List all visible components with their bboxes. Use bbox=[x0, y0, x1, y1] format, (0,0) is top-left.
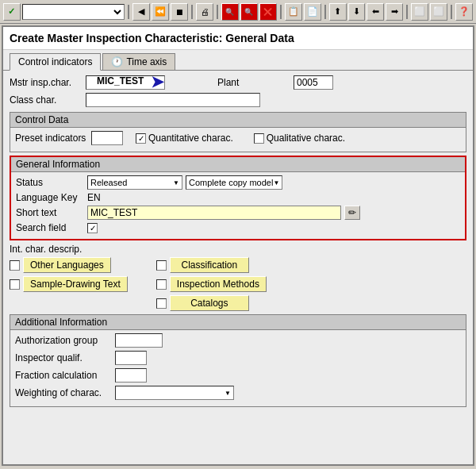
copy-model-value: Complete copy model bbox=[189, 178, 273, 187]
general-info-content: Status Released ▼ Complete copy model ▼ bbox=[11, 172, 465, 239]
arrow-down-icon: ⬇ bbox=[353, 6, 360, 17]
back-button[interactable]: ◀ bbox=[132, 3, 150, 21]
status-label: Status bbox=[16, 177, 87, 188]
check-button[interactable]: ✓ bbox=[3, 3, 21, 21]
status-dropdown-arrow: ▼ bbox=[173, 179, 179, 186]
fraction-input[interactable] bbox=[115, 368, 147, 383]
help-icon: ❓ bbox=[459, 6, 470, 17]
status-controls: Released ▼ Complete copy model ▼ bbox=[87, 175, 282, 190]
check-icon: ✓ bbox=[8, 6, 15, 17]
arrow-indicator-icon: ➤ bbox=[151, 72, 164, 91]
control-data-content: Preset indicators ✓ Quantitative charac.… bbox=[10, 128, 466, 152]
cancel-icon: ⏹ bbox=[175, 7, 184, 17]
inspection-methods-checkbox[interactable] bbox=[156, 279, 167, 290]
inspector-label: Inspector qualif. bbox=[15, 352, 110, 363]
page-title: Create Master Inspection Characteristic:… bbox=[10, 32, 466, 44]
content-area: Mstr insp.char. MIC_TEST ➤ Plant Class c… bbox=[3, 71, 473, 415]
other-languages-button[interactable]: Other Languages bbox=[23, 257, 111, 273]
fraction-label: Fraction calculation bbox=[15, 370, 110, 381]
weighting-dropdown-arrow: ▼ bbox=[225, 390, 231, 397]
copy-button[interactable]: 📋 bbox=[285, 3, 302, 21]
tab-control-indicators[interactable]: Control indicators bbox=[10, 53, 101, 71]
weighting-row: Weighting of charac. ▼ bbox=[15, 386, 461, 400]
arrow-up-icon: ⬆ bbox=[334, 6, 341, 17]
additional-info-content: Authorization group Inspector qualif. Fr… bbox=[10, 330, 466, 406]
command-field[interactable] bbox=[22, 4, 125, 20]
exit-button[interactable]: ⏪ bbox=[152, 3, 169, 21]
auth-group-input[interactable] bbox=[115, 333, 163, 348]
sample-drawing-button[interactable]: Sample-Drawing Text bbox=[23, 276, 128, 292]
lang-key-value: EN bbox=[87, 192, 101, 203]
catalogs-checkbox[interactable] bbox=[156, 298, 167, 309]
pencil-button[interactable]: ✏ bbox=[344, 206, 360, 220]
catalogs-row: Catalogs bbox=[156, 295, 267, 311]
tab-time-icon: 🕐 bbox=[111, 56, 123, 67]
tabs-bar: Control indicators 🕐 Time axis bbox=[3, 50, 473, 71]
paste-icon: 📄 bbox=[307, 6, 318, 17]
find-next-button[interactable]: 🔍 bbox=[240, 3, 258, 21]
class-label: Class char. bbox=[10, 94, 81, 106]
print-button[interactable]: 🖨 bbox=[196, 3, 213, 21]
control-data-section: Control Data Preset indicators ✓ Quantit… bbox=[10, 112, 466, 152]
quant-checkbox[interactable]: ✓ bbox=[136, 133, 146, 144]
plant-label: Plant bbox=[217, 77, 289, 88]
general-info-title: General Information bbox=[11, 157, 465, 172]
search-field-checkbox[interactable]: ✓ bbox=[87, 223, 98, 233]
preset-row: Preset indicators ✓ Quantitative charac.… bbox=[15, 131, 461, 145]
right-buttons: Classification Inspection Methods Catalo… bbox=[156, 257, 267, 311]
catalogs-button[interactable]: Catalogs bbox=[170, 295, 249, 311]
lang-key-label: Language Key bbox=[16, 192, 87, 203]
short-text-row: Short text ✏ bbox=[16, 206, 460, 220]
window1-button[interactable]: ⬜ bbox=[411, 3, 428, 21]
classification-button[interactable]: Classification bbox=[170, 257, 249, 273]
window2-icon: ⬜ bbox=[433, 6, 444, 17]
arrow-left-button[interactable]: ⬅ bbox=[367, 3, 384, 21]
weighting-dropdown[interactable]: ▼ bbox=[115, 386, 234, 400]
status-value: Released bbox=[90, 178, 127, 187]
arrow-down-button[interactable]: ⬇ bbox=[348, 3, 366, 21]
separator-2 bbox=[191, 5, 193, 19]
short-text-input[interactable] bbox=[87, 206, 341, 220]
qual-checkbox[interactable] bbox=[254, 133, 264, 144]
int-char-area: Int. char. descrip. Other Languages Samp… bbox=[10, 244, 466, 311]
buttons-area: Other Languages Sample-Drawing Text Clas… bbox=[10, 257, 466, 311]
classification-checkbox[interactable] bbox=[156, 260, 167, 271]
inspector-input[interactable] bbox=[115, 351, 147, 365]
plant-input[interactable] bbox=[294, 75, 333, 90]
left-buttons: Other Languages Sample-Drawing Text bbox=[10, 257, 128, 311]
print-icon: 🖨 bbox=[201, 7, 209, 17]
other-lang-row: Other Languages bbox=[10, 257, 128, 273]
qual-label: Qualitative charac. bbox=[267, 133, 345, 144]
quant-group: ✓ Quantitative charac. bbox=[136, 133, 233, 144]
arrow-up-button[interactable]: ⬆ bbox=[329, 3, 347, 21]
inspection-methods-button[interactable]: Inspection Methods bbox=[170, 276, 267, 292]
window1-icon: ⬜ bbox=[414, 6, 425, 17]
find-prev-button[interactable]: ❌ bbox=[259, 3, 277, 21]
other-lang-checkbox[interactable] bbox=[10, 260, 20, 271]
arrow-right-button[interactable]: ➡ bbox=[386, 3, 403, 21]
additional-info-box: Additional Information Authorization gro… bbox=[10, 314, 466, 407]
separator-3 bbox=[217, 5, 218, 19]
preset-label: Preset indicators bbox=[15, 133, 86, 144]
help-button[interactable]: ❓ bbox=[455, 3, 473, 21]
separator-7 bbox=[451, 5, 452, 19]
window2-button[interactable]: ⬜ bbox=[430, 3, 447, 21]
short-text-controls: ✏ bbox=[87, 206, 360, 220]
tab-control-label: Control indicators bbox=[18, 56, 92, 67]
lang-key-row: Language Key EN bbox=[16, 192, 460, 203]
status-dropdown[interactable]: Released ▼ bbox=[87, 175, 182, 190]
paste-button[interactable]: 📄 bbox=[304, 3, 321, 21]
mstr-row: Mstr insp.char. MIC_TEST ➤ Plant bbox=[10, 75, 466, 90]
copy-icon: 📋 bbox=[288, 6, 299, 17]
copy-model-dropdown[interactable]: Complete copy model ▼ bbox=[186, 175, 282, 190]
class-input[interactable] bbox=[86, 93, 260, 107]
copy-model-arrow: ▼ bbox=[273, 179, 279, 186]
classification-row: Classification bbox=[156, 257, 267, 273]
class-row: Class char. bbox=[10, 93, 466, 107]
preset-input[interactable] bbox=[91, 131, 123, 145]
inspection-methods-row: Inspection Methods bbox=[156, 276, 267, 292]
sample-drawing-checkbox[interactable] bbox=[10, 279, 20, 290]
find-button[interactable]: 🔍 bbox=[221, 3, 239, 21]
tab-time-axis[interactable]: 🕐 Time axis bbox=[102, 53, 175, 70]
cancel-button[interactable]: ⏹ bbox=[171, 3, 188, 21]
